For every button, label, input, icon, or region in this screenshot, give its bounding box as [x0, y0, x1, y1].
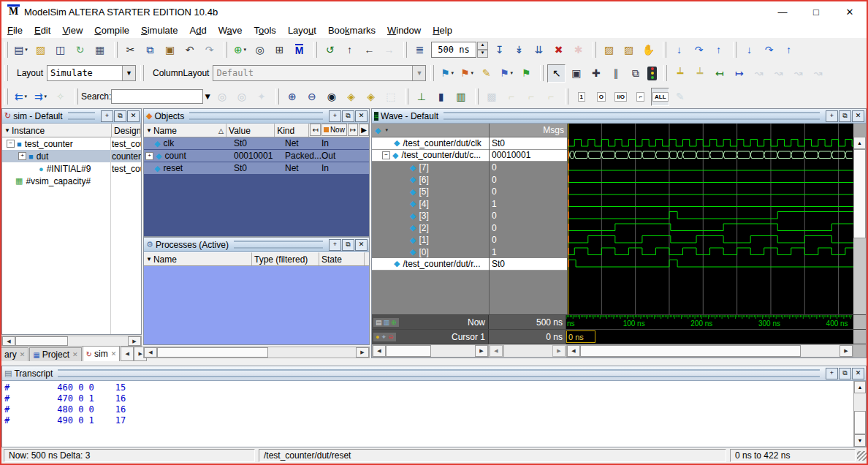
- wave-signal-name[interactable]: −◆/test_counter/dut/c...: [372, 150, 489, 162]
- scroll-thumb[interactable]: [853, 149, 866, 238]
- wave-signal-value[interactable]: St0: [490, 258, 567, 271]
- scroll-up-button[interactable]: ▲: [853, 137, 866, 149]
- menu-bookmarks[interactable]: Bookmarks: [322, 23, 381, 37]
- zoom-mode-button[interactable]: ▣: [567, 64, 585, 83]
- scroll-right-button[interactable]: ▶: [356, 347, 369, 358]
- processes-dock-button[interactable]: +: [329, 239, 341, 251]
- wave-signal-value[interactable]: 0: [490, 162, 567, 174]
- tree-row[interactable]: −■test_countertest_cou: [2, 137, 141, 150]
- previous-event-button[interactable]: ↤: [310, 124, 320, 136]
- scroll-thumb[interactable]: [15, 336, 68, 346]
- pan-mode-button[interactable]: ✚: [587, 64, 605, 83]
- run-button[interactable]: ↧: [490, 41, 509, 59]
- menu-compile[interactable]: Compile: [88, 23, 135, 37]
- break-button[interactable]: ✖: [549, 41, 568, 59]
- chevron-down-icon[interactable]: ▼: [122, 66, 135, 80]
- step-into-current-button[interactable]: ↓: [740, 41, 758, 59]
- wave-signal-value[interactable]: 0: [490, 186, 567, 198]
- wave-names-scrollbar[interactable]: ◀▶: [372, 344, 489, 358]
- scroll-down-button[interactable]: ▼: [854, 434, 866, 447]
- run-length-value-input[interactable]: [431, 42, 476, 58]
- copy-button[interactable]: ⧉: [141, 41, 159, 59]
- scroll-thumb[interactable]: [854, 411, 866, 434]
- object-row[interactable]: ◆resetSt0NetIn: [144, 162, 369, 174]
- expand-windows-button[interactable]: ⊞: [270, 41, 289, 59]
- menu-window[interactable]: Window: [381, 23, 427, 37]
- sort-ascending-icon[interactable]: △: [218, 127, 224, 135]
- wave-dock-button[interactable]: +: [826, 110, 838, 122]
- collapse-icon[interactable]: −: [7, 140, 15, 148]
- column-state[interactable]: State: [319, 252, 365, 265]
- transcript-dock-button[interactable]: +: [826, 368, 838, 379]
- search-dropdown-icon[interactable]: ▼: [203, 91, 212, 102]
- scroll-right-button[interactable]: ▶: [128, 336, 141, 346]
- run-continue-button[interactable]: ↡: [510, 41, 528, 59]
- filter-icon[interactable]: ▼: [146, 127, 152, 134]
- wave-signal-name[interactable]: ◆[5]: [372, 186, 489, 198]
- column-name[interactable]: ▼Name△: [144, 124, 226, 137]
- tree-row[interactable]: +■dutcounter: [2, 150, 141, 162]
- column-type-filtered-[interactable]: Type (filtered): [252, 252, 319, 265]
- scroll-right-button[interactable]: ▶: [840, 345, 853, 357]
- redo-button[interactable]: ↷: [200, 41, 218, 59]
- objects-undock-button[interactable]: ⧉: [342, 110, 354, 122]
- now-event-button[interactable]: Now: [321, 124, 347, 136]
- filter-icon[interactable]: ▼: [146, 256, 152, 262]
- objects-horizontal-scrollbar[interactable]: ◀▶: [143, 347, 370, 358]
- panel-grip-icon[interactable]: [68, 112, 95, 120]
- memory-profile-button[interactable]: ▨: [620, 41, 638, 59]
- add-selected-button[interactable]: ⊕▾: [231, 41, 249, 59]
- delete-cursor-icon[interactable]: ⊖: [388, 333, 394, 341]
- wave-export-icon[interactable]: ▥: [384, 319, 390, 326]
- run-all-button[interactable]: ⇊: [530, 41, 548, 59]
- profile-button[interactable]: ▨: [600, 41, 618, 59]
- wave-canvas[interactable]: [568, 124, 853, 314]
- transcript-body[interactable]: # 460 0 0 15 # 470 0 1 16 # 480 0 0 16 #…: [2, 381, 866, 447]
- step-out-current-button[interactable]: ↑: [780, 41, 798, 59]
- close-button[interactable]: ✕: [833, 1, 867, 22]
- column-design-unit[interactable]: Design u: [112, 124, 141, 137]
- wave-signal-value[interactable]: 1: [490, 246, 567, 259]
- menu-simulate[interactable]: Simulate: [135, 23, 184, 37]
- wave-signal-name[interactable]: ◆[2]: [372, 222, 489, 235]
- pause-button[interactable]: ✋: [639, 41, 658, 59]
- sim-close-button[interactable]: ✕: [127, 110, 140, 122]
- menu-file[interactable]: File: [1, 23, 28, 37]
- wave-signal-name[interactable]: ◆[1]: [372, 234, 489, 246]
- lock-cursor-icon[interactable]: ●: [376, 333, 379, 341]
- zoom-in-button[interactable]: ⊕: [283, 88, 301, 106]
- cursor-add-button[interactable]: ┷: [671, 64, 689, 83]
- expand-icon[interactable]: +: [18, 152, 26, 160]
- force-io-button[interactable]: I/O: [612, 88, 630, 106]
- bookmark-add-button[interactable]: ⚑▾: [438, 64, 456, 83]
- transcript-vertical-scrollbar[interactable]: ▲▼: [853, 381, 866, 447]
- bookmark-goto-button[interactable]: ⚑: [517, 64, 535, 83]
- step-out-button[interactable]: ↑: [709, 41, 728, 59]
- scroll-thumb[interactable]: [157, 347, 268, 358]
- processes-close-button[interactable]: ✕: [355, 239, 368, 251]
- tab-project[interactable]: ▦Project✕: [29, 347, 81, 361]
- refresh-button[interactable]: ↻: [71, 41, 89, 59]
- maximize-button[interactable]: □: [799, 1, 833, 22]
- run-length-value-down-button[interactable]: ▼: [477, 50, 488, 58]
- wave-signal-name[interactable]: ◆[6]: [372, 174, 489, 186]
- select-mode-button[interactable]: ↖: [547, 64, 566, 83]
- chevron-down-icon[interactable]: ▼: [412, 66, 425, 80]
- menu-add[interactable]: Add: [184, 23, 213, 37]
- timeline-ruler[interactable]: 100 ns200 ns300 ns400 nsns: [566, 315, 852, 329]
- wave-signal-name[interactable]: ◆[0]: [372, 246, 489, 259]
- collapse-icon[interactable]: −: [382, 151, 390, 159]
- wave-canvas-scrollbar[interactable]: ◀▶: [566, 344, 853, 358]
- bookmark-delete-button[interactable]: ⚑▾: [457, 64, 476, 83]
- transcript-undock-button[interactable]: ⧉: [839, 368, 851, 379]
- menu-layout[interactable]: Layout: [282, 23, 322, 37]
- bookmark-edit-button[interactable]: ✎: [477, 64, 495, 83]
- wave-vertical-scrollbar[interactable]: ▲: [853, 124, 866, 314]
- expand-icon[interactable]: +: [145, 152, 153, 160]
- paste-button[interactable]: ▣: [161, 41, 179, 59]
- wave-signal-value[interactable]: 0: [490, 174, 567, 186]
- minimize-button[interactable]: —: [766, 1, 799, 22]
- menu-edit[interactable]: Edit: [28, 23, 56, 37]
- new-file-button[interactable]: ▤▾: [12, 41, 30, 59]
- wave-signal-value[interactable]: 0: [490, 222, 567, 235]
